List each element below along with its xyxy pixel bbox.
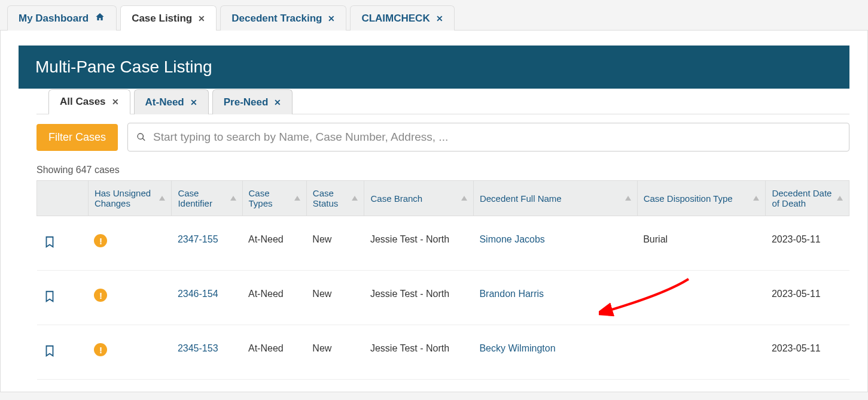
death-date: 2023-05-11 xyxy=(766,271,849,325)
case-id-link[interactable]: 2346-154 xyxy=(178,289,218,299)
unsigned-icon: ! xyxy=(94,234,107,247)
col-label: Case Branch xyxy=(370,193,422,204)
case-types: At-Need xyxy=(242,216,306,271)
sort-icon xyxy=(753,196,759,201)
case-status: New xyxy=(306,271,364,325)
col-label: Has Unsigned Changes xyxy=(95,188,157,208)
col-name[interactable]: Decedent Full Name xyxy=(473,181,637,216)
page-title: Multi-Pane Case Listing xyxy=(19,46,849,89)
sub-tab-bar: All Cases ✕ At-Need ✕ Pre-Need ✕ xyxy=(36,89,849,114)
subtab-at-need[interactable]: At-Need ✕ xyxy=(134,89,209,114)
results-count: Showing 647 cases xyxy=(36,165,849,175)
death-date: 2023-05-11 xyxy=(766,325,849,380)
table-row: ! 2346-154 At-Need New Jessie Test - Nor… xyxy=(37,271,849,325)
subtab-label: All Cases xyxy=(60,96,106,108)
close-icon[interactable]: ✕ xyxy=(190,98,197,107)
disposition xyxy=(637,271,766,325)
subtab-label: At-Need xyxy=(145,96,184,108)
subtab-all-cases[interactable]: All Cases ✕ xyxy=(48,89,130,114)
case-branch: Jessie Test - North xyxy=(364,216,473,271)
col-types[interactable]: Case Types xyxy=(242,181,306,216)
col-label: Decedent Full Name xyxy=(480,193,562,204)
tab-label: Decedent Tracking xyxy=(232,13,322,25)
col-label: Case Identifier xyxy=(178,188,227,208)
search-input[interactable] xyxy=(153,131,840,144)
sort-icon xyxy=(294,196,300,201)
decedent-name-link[interactable]: Simone Jacobs xyxy=(479,234,544,244)
decedent-name-link[interactable]: Becky Wilmington xyxy=(479,343,555,353)
tab-label: CLAIMCHECK xyxy=(361,13,430,25)
tab-label: Case Listing xyxy=(132,13,192,25)
subtab-label: Pre-Need xyxy=(224,96,269,108)
filter-cases-button[interactable]: Filter Cases xyxy=(36,124,118,151)
bookmark-icon[interactable] xyxy=(43,234,56,250)
col-label: Case Types xyxy=(249,188,292,208)
col-unsigned[interactable]: Has Unsigned Changes xyxy=(88,181,172,216)
disposition: Burial xyxy=(637,216,766,271)
close-icon[interactable]: ✕ xyxy=(112,97,119,107)
decedent-name-link[interactable]: Brandon Harris xyxy=(479,289,544,299)
col-status[interactable]: Case Status xyxy=(306,181,364,216)
close-icon[interactable]: ✕ xyxy=(198,14,205,23)
case-id-link[interactable]: 2345-153 xyxy=(178,343,218,353)
col-label: Decedent Date of Death xyxy=(772,188,835,208)
case-status: New xyxy=(306,325,364,380)
close-icon[interactable]: ✕ xyxy=(328,14,335,23)
search-icon xyxy=(136,132,146,142)
bookmark-icon[interactable] xyxy=(43,343,56,359)
col-identifier[interactable]: Case Identifier xyxy=(172,181,242,216)
col-label: Case Status xyxy=(313,188,350,208)
case-types: At-Need xyxy=(242,325,306,380)
case-id-link[interactable]: 2347-155 xyxy=(178,234,218,244)
sort-icon xyxy=(625,196,631,201)
tab-decedent-tracking[interactable]: Decedent Tracking ✕ xyxy=(220,5,346,31)
sort-icon xyxy=(230,196,236,201)
tab-label: My Dashboard xyxy=(19,13,89,25)
case-branch: Jessie Test - North xyxy=(364,325,473,380)
close-icon[interactable]: ✕ xyxy=(274,98,281,107)
tab-case-listing[interactable]: Case Listing ✕ xyxy=(120,5,217,31)
tab-my-dashboard[interactable]: My Dashboard xyxy=(7,5,117,31)
cases-table: Has Unsigned Changes Case Identifier Cas… xyxy=(36,180,849,380)
disposition xyxy=(637,325,766,380)
home-icon xyxy=(95,12,105,25)
sort-icon xyxy=(461,196,467,201)
close-icon[interactable]: ✕ xyxy=(436,14,443,23)
table-row: ! 2347-155 At-Need New Jessie Test - Nor… xyxy=(37,216,849,271)
death-date: 2023-05-11 xyxy=(766,216,849,271)
search-input-wrap[interactable] xyxy=(127,123,849,151)
main-content: Multi-Pane Case Listing All Cases ✕ At-N… xyxy=(0,31,868,392)
col-death[interactable]: Decedent Date of Death xyxy=(766,181,849,216)
col-bookmark[interactable] xyxy=(37,181,89,216)
case-types: At-Need xyxy=(242,271,306,325)
col-label: Case Disposition Type xyxy=(644,193,733,204)
bookmark-icon[interactable] xyxy=(43,289,56,304)
unsigned-icon: ! xyxy=(94,343,107,356)
sort-icon xyxy=(352,196,358,201)
col-branch[interactable]: Case Branch xyxy=(364,181,473,216)
col-disposition[interactable]: Case Disposition Type xyxy=(637,181,766,216)
sort-icon xyxy=(837,196,843,201)
table-row: ! 2345-153 At-Need New Jessie Test - Nor… xyxy=(37,325,849,380)
sort-icon xyxy=(159,196,165,201)
subtab-pre-need[interactable]: Pre-Need ✕ xyxy=(212,89,293,114)
unsigned-icon: ! xyxy=(94,289,107,302)
top-tab-bar: My Dashboard Case Listing ✕ Decedent Tra… xyxy=(0,0,868,31)
case-branch: Jessie Test - North xyxy=(364,271,473,325)
case-status: New xyxy=(306,216,364,271)
tab-claimcheck[interactable]: CLAIMCHECK ✕ xyxy=(350,5,454,31)
